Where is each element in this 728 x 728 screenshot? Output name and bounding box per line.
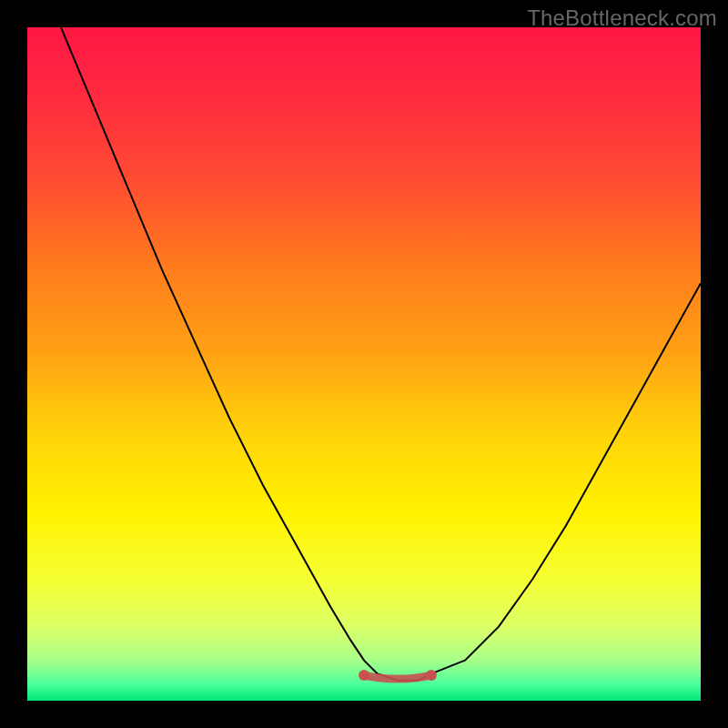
bottleneck-curve xyxy=(61,27,701,681)
watermark-text: TheBottleneck.com xyxy=(527,5,717,31)
chart-frame: TheBottleneck.com xyxy=(0,0,728,728)
chart-overlay xyxy=(27,27,701,701)
optimal-range-end-dot xyxy=(426,670,437,681)
plot-area xyxy=(27,27,701,701)
optimal-range-start-dot xyxy=(359,670,369,681)
optimal-range-highlight xyxy=(364,675,431,679)
